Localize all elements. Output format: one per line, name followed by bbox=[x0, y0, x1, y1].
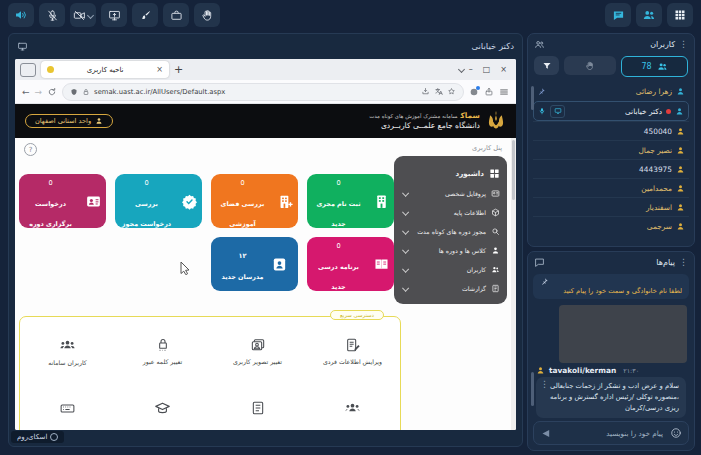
tile-new-instructors[interactable]: ۱۲مدرسان جدید bbox=[211, 237, 298, 291]
user-row[interactable]: محمدامین bbox=[533, 178, 689, 197]
files-button[interactable] bbox=[163, 3, 189, 27]
raise-hand-button[interactable] bbox=[194, 3, 220, 27]
hamburger-menu-icon[interactable] bbox=[499, 87, 509, 97]
users-controls: 78 bbox=[528, 54, 694, 82]
quick-item-change-avatar[interactable]: تغییر تصویر کاربری bbox=[212, 337, 304, 366]
dashboard-tiles: 0ثبت نام مجری جدید 0بررسی فضای آموزشی 0ب… bbox=[19, 174, 394, 291]
window-controls: – □ × bbox=[469, 65, 511, 74]
user-row[interactable]: نصیر جمال bbox=[533, 140, 689, 159]
user-row[interactable]: 4443975 bbox=[533, 159, 689, 178]
refresh-icon[interactable] bbox=[47, 87, 57, 97]
tile-new-curriculum[interactable]: 0برنامه درسی جدید bbox=[307, 237, 394, 291]
window-maximize-button[interactable]: □ bbox=[483, 65, 491, 74]
message-bubble[interactable]: ⋮ سلام و عرض ادب و تشکر از زحمات جنابعال… bbox=[536, 377, 686, 418]
extension-icon[interactable] bbox=[469, 87, 479, 97]
user-row[interactable]: 450040 bbox=[533, 121, 689, 140]
dashboard-menu: داشبورد پروفایل شخصی اطلاعات پایه م bbox=[394, 156, 507, 304]
url-bar[interactable]: semak.uast.ac.ir/AllUsers/Default.aspx bbox=[62, 83, 464, 101]
new-tab-button[interactable]: + bbox=[174, 64, 183, 75]
chat-image-attachment[interactable] bbox=[559, 305, 687, 363]
tab-close-icon[interactable]: × bbox=[156, 65, 163, 74]
layout-grid-button[interactable] bbox=[667, 3, 693, 27]
messages-panel-title: پیام‌ها bbox=[656, 258, 675, 267]
emoji-icon[interactable] bbox=[670, 427, 682, 439]
user-count-button[interactable]: 78 bbox=[621, 56, 688, 77]
menu-item-reports[interactable]: گزارشات bbox=[401, 279, 500, 298]
browser-tab[interactable]: ناحیه کاربری × bbox=[41, 61, 169, 78]
tile-course-request[interactable]: 0درخواست برگزاری دوره bbox=[19, 174, 106, 228]
keyboard-icon[interactable] bbox=[59, 400, 76, 417]
users-panel-title: کاربران bbox=[650, 40, 675, 49]
page-scrollbar[interactable] bbox=[511, 138, 516, 430]
translate-icon[interactable] bbox=[434, 87, 443, 96]
user-name: 4443975 bbox=[639, 165, 672, 174]
quick-item-system-users[interactable]: کاربران سامانه bbox=[22, 337, 114, 366]
mic-mute-button[interactable] bbox=[39, 3, 65, 27]
monitor-icon bbox=[17, 41, 28, 52]
users-group-icon[interactable] bbox=[344, 400, 361, 417]
back-button[interactable]: ← bbox=[22, 87, 30, 97]
raised-hands-button[interactable] bbox=[564, 56, 616, 75]
firefox-view-icon[interactable] bbox=[20, 63, 36, 77]
menu-item-profile[interactable]: پروفایل شخصی bbox=[401, 184, 500, 203]
message-options-kebab-icon[interactable]: ⋮ bbox=[540, 380, 549, 389]
tile-label: بررسی درخواست مجوز bbox=[122, 200, 171, 229]
tile-new-operator[interactable]: 0ثبت نام مجری جدید bbox=[307, 174, 394, 228]
user-row[interactable]: زهرا رضائی bbox=[533, 82, 689, 101]
message-input[interactable] bbox=[556, 428, 665, 439]
quick-access-panel: دسترسی سریع ویرایش اطلاعات فردی تغییر تص… bbox=[19, 316, 401, 430]
mouse-cursor bbox=[180, 261, 191, 275]
window-minimize-button[interactable]: – bbox=[469, 65, 473, 74]
browser-nav-bar: ← → semak.uast.ac.ir/AllUsers/Default.as… bbox=[15, 80, 516, 104]
lock-icon[interactable] bbox=[82, 88, 90, 96]
send-icon[interactable] bbox=[540, 428, 551, 439]
participants-toggle-button[interactable] bbox=[636, 3, 662, 27]
users-group-icon bbox=[59, 337, 76, 354]
user-icon bbox=[676, 203, 685, 212]
pinned-message[interactable]: لطفا نام خانوادگی و سمت خود را پیام کنید bbox=[533, 274, 689, 299]
tile-edu-space-review[interactable]: 0بررسی فضای آموزشی bbox=[211, 174, 298, 228]
messages-scrollbar[interactable] bbox=[531, 372, 534, 406]
share-page-icon[interactable] bbox=[484, 87, 494, 97]
messages-menu-kebab-icon[interactable]: ⋮ bbox=[679, 258, 688, 267]
camera-mute-button[interactable] bbox=[70, 3, 96, 27]
tile-count: 0 bbox=[336, 242, 340, 250]
quick-item-change-password[interactable]: تغییر کلمه عبور bbox=[117, 337, 209, 366]
speaker-button[interactable] bbox=[8, 3, 34, 27]
brand-name: سماک bbox=[460, 111, 480, 120]
menu-item-base-info[interactable]: اطلاعات پایه bbox=[401, 203, 500, 222]
graduation-cap-icon[interactable] bbox=[154, 400, 171, 417]
menu-item-users[interactable]: کاربران bbox=[401, 260, 500, 279]
toolbar-right bbox=[605, 3, 693, 27]
camera-options-chevron-icon[interactable] bbox=[87, 11, 94, 18]
bookmark-star-icon[interactable] bbox=[447, 87, 456, 96]
participants-icon bbox=[657, 61, 668, 72]
menu-item-dashboard[interactable]: داشبورد bbox=[401, 162, 500, 184]
users-menu-kebab-icon[interactable]: ⋮ bbox=[679, 40, 688, 49]
document-icon[interactable] bbox=[250, 400, 266, 417]
forward-button[interactable]: → bbox=[35, 87, 43, 97]
help-button[interactable]: ? bbox=[24, 143, 37, 156]
filter-users-button[interactable] bbox=[534, 56, 559, 75]
chat-toggle-button[interactable] bbox=[605, 3, 631, 27]
pin-icon[interactable] bbox=[537, 87, 546, 96]
user-row-presenter[interactable]: دکتر خیابانی bbox=[533, 101, 689, 121]
tile-count: 0 bbox=[336, 179, 340, 187]
user-row[interactable]: اسفندیار bbox=[533, 197, 689, 216]
screen-share-button[interactable] bbox=[101, 3, 127, 27]
user-name: دکتر خیابانی bbox=[625, 107, 662, 116]
provincial-unit-button[interactable]: واحد استانی اصفهان bbox=[25, 114, 113, 128]
whiteboard-button[interactable] bbox=[132, 3, 158, 27]
menu-item-classes[interactable]: کلاس ها و دوره ها bbox=[401, 241, 500, 260]
id-card-icon bbox=[491, 189, 500, 198]
users-scrollbar[interactable] bbox=[531, 86, 534, 110]
quick-item-edit-info[interactable]: ویرایش اطلاعات فردی bbox=[307, 337, 399, 366]
save-page-icon[interactable] bbox=[421, 87, 430, 96]
menu-item-course-licenses[interactable]: مجوز دوره های کوتاه مدت bbox=[401, 222, 500, 241]
window-close-button[interactable]: × bbox=[500, 65, 507, 74]
shield-icon[interactable] bbox=[70, 88, 78, 96]
tab-list-chevron-icon[interactable] bbox=[458, 66, 465, 73]
tile-license-review[interactable]: 0بررسی درخواست مجوز bbox=[115, 174, 202, 228]
user-row[interactable]: سرجمی bbox=[533, 216, 689, 235]
users-header-icon bbox=[534, 39, 545, 50]
